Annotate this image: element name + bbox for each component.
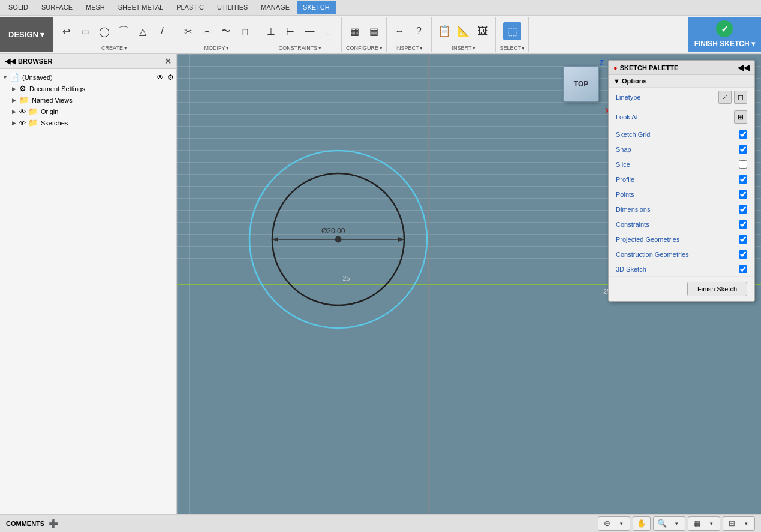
tree-eye-icon-sketches[interactable]: 👁 [19, 119, 26, 127]
palette-label-profile[interactable]: Profile [616, 176, 634, 183]
offset-icon[interactable]: ⌢ [198, 22, 216, 40]
rectangle-icon[interactable]: ▭ [76, 22, 94, 40]
palette-label-projected-geometries[interactable]: Projected Geometries [616, 236, 679, 243]
tab-sheet-metal[interactable]: SHEET METAL [112, 1, 169, 14]
finish-sketch-palette-button[interactable]: Finish Sketch [687, 282, 747, 296]
palette-row-slice: Slice [609, 157, 754, 172]
palette-shrink-icon[interactable]: ◀◀ [738, 63, 750, 72]
palette-label-linetype[interactable]: Linetype [616, 94, 641, 101]
zoom-dropdown-icon[interactable]: ▾ [670, 518, 683, 530]
tab-surface[interactable]: SURFACE [35, 1, 79, 14]
linetype-btn1[interactable]: ⟋ [718, 91, 732, 104]
bottom-bar: COMMENTS ➕ ⊕ ▾ ✋ 🔍 ▾ ▦ ▾ ⊞ ▾ [0, 514, 761, 532]
palette-label-sketch-grid[interactable]: Sketch Grid [616, 131, 650, 138]
tab-sketch[interactable]: SKETCH [297, 1, 336, 14]
project-icon[interactable]: ⊓ [236, 22, 254, 40]
palette-label-dimensions[interactable]: Dimensions [616, 206, 650, 213]
tab-plastic[interactable]: PLASTIC [170, 1, 210, 14]
insert1-icon[interactable]: 📋 [435, 22, 453, 40]
zoom-fit-icon[interactable]: 🔍 [655, 518, 669, 530]
tree-row-doc-settings[interactable]: ▶ ⚙ Document Settings [0, 83, 176, 94]
line-icon[interactable]: / [153, 22, 171, 40]
tree-row-named-views[interactable]: ▶ 📁 Named Views [0, 94, 176, 106]
tree-row-sketches[interactable]: ▶ 👁 📁 Sketches [0, 117, 176, 128]
nav-icons-group5: ⊞ ▾ [723, 516, 755, 531]
comments-add-icon[interactable]: ➕ [48, 519, 58, 528]
construction-geometries-checkbox[interactable] [739, 250, 747, 259]
sketch-grid-checkbox[interactable] [739, 130, 747, 139]
tree-eye-icon-root[interactable]: 👁 [157, 73, 164, 82]
create-dropdown-icon[interactable]: ▾ [124, 45, 127, 51]
measure-icon[interactable]: ↔ [390, 22, 408, 40]
modify-dropdown-icon[interactable]: ▾ [226, 45, 229, 51]
tree-eye-icon-origin[interactable]: 👁 [19, 108, 26, 115]
3d-sketch-checkbox[interactable] [739, 265, 747, 273]
browser-panel: ◀◀ BROWSER ✕ ▼ 📄 (Unsaved) 👁 ⚙ ▶ ⚙ Docum… [0, 54, 177, 514]
linetype-btn2[interactable]: ◻ [734, 91, 747, 104]
tree-row-origin[interactable]: ▶ 👁 📁 Origin [0, 106, 176, 117]
inspect2-icon[interactable]: ? [410, 22, 428, 40]
insert2-icon[interactable]: 📐 [455, 22, 473, 40]
browser-tree: ▼ 📄 (Unsaved) 👁 ⚙ ▶ ⚙ Document Settings … [0, 69, 176, 514]
tab-utilities[interactable]: UTILITIES [211, 1, 254, 14]
arc-icon[interactable]: ⌒ [115, 22, 133, 40]
palette-label-3d-sketch[interactable]: 3D Sketch [616, 266, 646, 273]
palette-collapse-icon[interactable]: ● [613, 64, 618, 71]
palette-label-snap[interactable]: Snap [616, 146, 631, 153]
display-dropdown-icon[interactable]: ▾ [739, 518, 753, 530]
spline-icon[interactable]: 〜 [217, 22, 235, 40]
insert-dropdown-icon[interactable]: ▾ [473, 45, 476, 51]
configure2-icon[interactable]: ▤ [365, 22, 383, 40]
insert3-icon[interactable]: 🖼 [474, 22, 492, 40]
palette-options-header[interactable]: ▼ Options [609, 75, 754, 88]
tree-row-root[interactable]: ▼ 📄 (Unsaved) 👁 ⚙ [0, 71, 176, 83]
snap-checkbox[interactable] [739, 145, 747, 154]
tree-gear-icon-root[interactable]: ⚙ [167, 73, 174, 82]
grid-toggle-icon[interactable]: ▦ [690, 518, 703, 530]
browser-header: ◀◀ BROWSER ✕ [0, 54, 176, 69]
display-toggle-icon[interactable]: ⊞ [725, 518, 738, 530]
palette-label-constraints[interactable]: Constraints [616, 221, 649, 228]
canvas-area[interactable]: -25 25 Ø20.00 TOP Z X [177, 54, 761, 514]
grid-dropdown-icon[interactable]: ▾ [705, 518, 718, 530]
configure1-icon[interactable]: ▦ [345, 22, 363, 40]
perpendicular-icon[interactable]: ⊥ [262, 22, 280, 40]
tab-solid[interactable]: SOLID [2, 1, 34, 14]
constraints-dropdown-icon[interactable]: ▾ [318, 45, 321, 51]
constraints-checkbox[interactable] [739, 220, 747, 229]
finish-sketch-button[interactable]: ✓ FINISH SKETCH ▾ [688, 17, 761, 52]
triangle-icon[interactable]: △ [134, 22, 152, 40]
constraint2-icon[interactable]: ⊢ [281, 22, 299, 40]
trim-icon[interactable]: ✂ [179, 22, 197, 40]
tab-manage[interactable]: MANAGE [255, 1, 296, 14]
undo-icon[interactable]: ↩ [57, 22, 75, 40]
configure-dropdown-icon[interactable]: ▾ [380, 45, 383, 51]
palette-label-points[interactable]: Points [616, 191, 634, 198]
pan-icon[interactable]: ✋ [635, 518, 648, 530]
create-label: CREATE [101, 45, 123, 51]
browser-close-icon[interactable]: ✕ [164, 56, 172, 66]
tab-mesh[interactable]: MESH [80, 1, 111, 14]
inspect-dropdown-icon[interactable]: ▾ [420, 45, 423, 51]
palette-label-look-at[interactable]: Look At [616, 113, 638, 121]
dimensions-checkbox[interactable] [739, 205, 747, 214]
select-icon[interactable]: ⬚ [503, 22, 521, 40]
view-cube-face-top[interactable]: TOP [563, 66, 599, 102]
home-nav-icon[interactable]: ⊕ [600, 518, 613, 530]
profile-checkbox[interactable] [739, 175, 747, 184]
projected-geometries-checkbox[interactable] [739, 235, 747, 244]
design-button[interactable]: DESIGN ▾ [0, 17, 53, 52]
tab-bar: SOLID SURFACE MESH SHEET METAL PLASTIC U… [0, 0, 761, 16]
horizontal-icon[interactable]: — [300, 22, 318, 40]
view-cube[interactable]: TOP Z X [563, 66, 605, 108]
palette-label-slice[interactable]: Slice [616, 161, 630, 168]
select-dropdown-icon[interactable]: ▾ [522, 45, 525, 51]
dropdown-nav-icon[interactable]: ▾ [615, 518, 628, 530]
browser-collapse-icon[interactable]: ◀◀ [5, 57, 16, 65]
look-at-btn[interactable]: ⊞ [734, 110, 747, 124]
constraint4-icon[interactable]: ⬚ [320, 22, 338, 40]
slice-checkbox[interactable] [739, 160, 747, 169]
palette-label-construction-geometries[interactable]: Construction Geometries [616, 251, 689, 258]
circle-icon[interactable]: ◯ [95, 22, 113, 40]
points-checkbox[interactable] [739, 190, 747, 199]
